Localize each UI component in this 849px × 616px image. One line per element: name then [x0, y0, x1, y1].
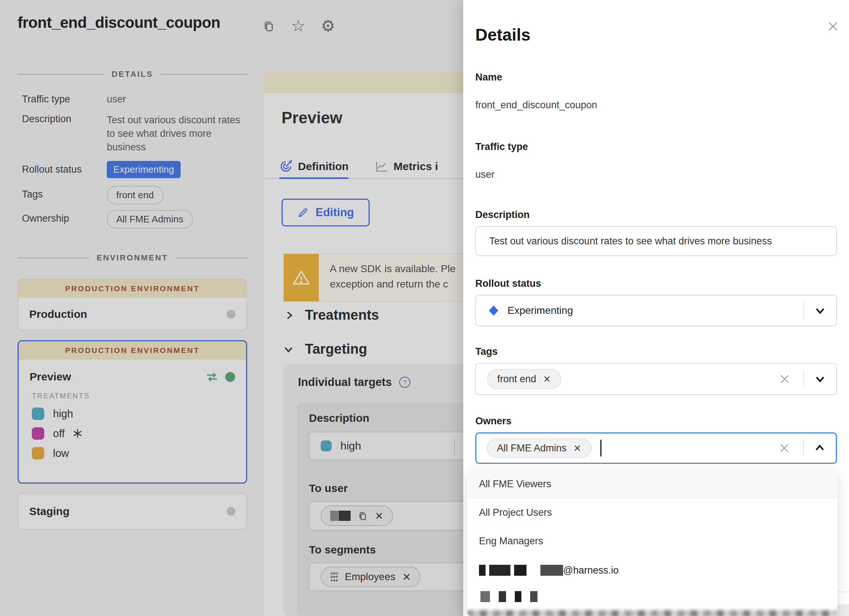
dropdown-option[interactable]: All Project Users	[467, 498, 837, 527]
traffic-type-value: user	[475, 169, 495, 180]
tags-label: Tags	[475, 346, 497, 357]
overlay-scrim	[0, 0, 464, 616]
chevron-up-icon[interactable]	[814, 443, 825, 453]
dropdown-option[interactable]: Eng Managers	[467, 527, 837, 555]
owner-chip[interactable]: All FME Admins	[487, 438, 591, 458]
name-value: front_end_discount_coupon	[475, 100, 597, 111]
rollout-status-select[interactable]: Experimenting	[475, 295, 837, 326]
dropdown-option-user-email[interactable]: @harness.io	[467, 555, 837, 585]
dropdown-option-label: All FME Viewers	[479, 479, 551, 490]
owners-label: Owners	[475, 416, 511, 427]
details-drawer: Details Name front_end_discount_coupon T…	[463, 0, 849, 616]
remove-icon[interactable]	[543, 375, 551, 383]
dropdown-option-label: All Project Users	[479, 507, 552, 518]
email-domain: @harness.io	[563, 565, 619, 576]
tags-multiselect[interactable]: front end	[475, 363, 837, 395]
text-cursor	[600, 440, 602, 456]
clear-icon[interactable]	[778, 373, 791, 385]
divider	[803, 302, 804, 319]
redacted-blur-strip	[467, 610, 837, 616]
rollout-status-label: Rollout status	[475, 278, 541, 289]
drawer-footer-button-peek[interactable]	[836, 604, 849, 616]
description-input[interactable]: Test out various discount rates to see w…	[475, 226, 837, 256]
description-label: Description	[475, 209, 530, 221]
dropdown-option[interactable]: All FME Viewers	[467, 470, 837, 498]
owners-multiselect[interactable]: All FME Admins	[475, 433, 837, 464]
divider	[803, 440, 804, 456]
clear-icon[interactable]	[778, 442, 791, 454]
close-icon[interactable]	[826, 20, 840, 33]
dropdown-option-redacted[interactable]	[467, 591, 837, 602]
traffic-type-label: Traffic type	[475, 141, 528, 152]
redacted-email-prefix	[541, 565, 563, 576]
drawer-title: Details	[475, 25, 530, 45]
dropdown-option-label: Eng Managers	[479, 535, 543, 547]
rollout-status-value: Experimenting	[508, 305, 573, 316]
divider	[803, 370, 804, 388]
description-input-value: Test out various discount rates to see w…	[489, 236, 772, 247]
tag-chip-label: front end	[497, 373, 536, 385]
chevron-down-icon[interactable]	[814, 306, 826, 315]
redacted-user-name	[479, 565, 527, 576]
app-root: front_end_discount_coupon ☆ ⚙ DETAILS Tr…	[0, 0, 849, 616]
remove-icon[interactable]	[573, 444, 581, 452]
name-label: Name	[475, 72, 502, 83]
owner-chip-label: All FME Admins	[497, 443, 567, 454]
diamond-status-icon	[488, 305, 499, 316]
owners-dropdown: All FME Viewers All Project Users Eng Ma…	[467, 470, 837, 616]
chevron-down-icon[interactable]	[814, 374, 826, 384]
tag-chip[interactable]: front end	[487, 369, 561, 389]
